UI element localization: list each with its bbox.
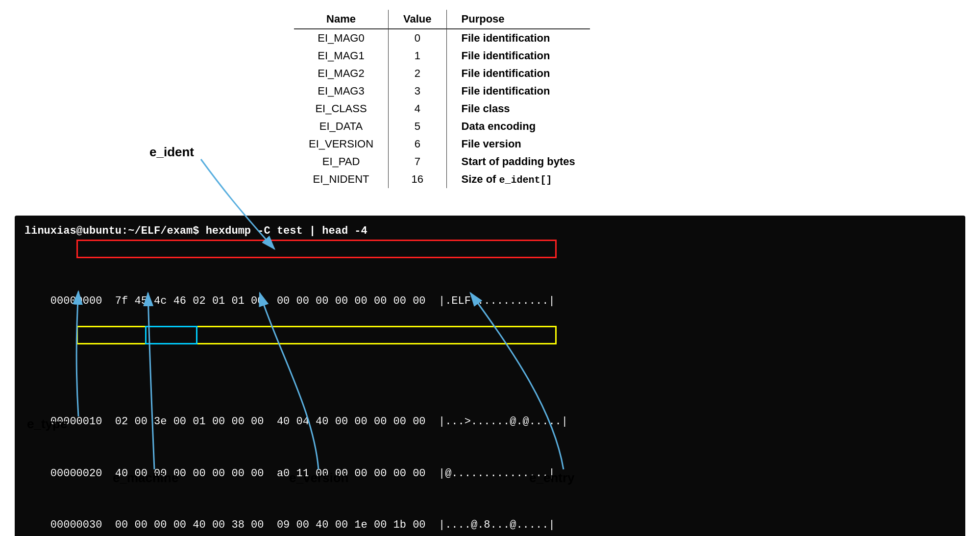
label-e-entry: e_entry bbox=[529, 470, 575, 486]
terminal-command: linuxias@ubuntu:~/ELF/exam$ hexdump -C t… bbox=[24, 222, 956, 240]
cell-name: EI_MAG2 bbox=[294, 65, 389, 82]
yellow-highlight-box bbox=[76, 326, 557, 344]
label-e-version: e_version bbox=[289, 470, 348, 486]
cell-purpose: File version bbox=[446, 135, 590, 153]
cell-value: 4 bbox=[389, 100, 446, 118]
red-highlight-box bbox=[76, 240, 557, 258]
addr-2: 00000020 bbox=[50, 467, 102, 480]
hex-row-3: 00000030 00 00 00 00 40 00 38 00 09 00 4… bbox=[24, 499, 956, 536]
hex-bytes-0: 7f 45 4c 46 02 01 01 00 00 00 00 00 00 0… bbox=[115, 295, 426, 307]
cell-value: 1 bbox=[389, 47, 446, 65]
cell-value: 6 bbox=[389, 135, 446, 153]
cell-value: 0 bbox=[389, 29, 446, 47]
addr-0: 00000000 bbox=[50, 295, 102, 307]
label-e-machine: e_machine bbox=[113, 470, 178, 486]
cell-value: 16 bbox=[389, 171, 446, 188]
table-row: EI_MAG3 3 File identification bbox=[294, 82, 590, 100]
table-row: EI_MAG0 0 File identification bbox=[294, 29, 590, 47]
cell-value: 3 bbox=[389, 82, 446, 100]
hex-bytes-1: 02 00 3e 00 01 00 00 00 40 04 40 00 00 0… bbox=[115, 415, 426, 428]
cell-purpose: File identification bbox=[446, 82, 590, 100]
table-row: EI_MAG2 2 File identification bbox=[294, 65, 590, 82]
table-row: EI_PAD 7 Start of padding bytes bbox=[294, 153, 590, 171]
ascii-1: |...>......@.@.....| bbox=[439, 415, 568, 428]
table-row: EI_MAG1 1 File identification bbox=[294, 47, 590, 65]
table-row: EI_CLASS 4 File class bbox=[294, 100, 590, 118]
label-e-type: e_type bbox=[27, 416, 67, 432]
cell-purpose: File identification bbox=[446, 65, 590, 82]
table-row: EI_NIDENT 16 Size of e_ident[] bbox=[294, 171, 590, 188]
cell-purpose: Start of padding bytes bbox=[446, 153, 590, 171]
cell-name: EI_DATA bbox=[294, 118, 389, 135]
cell-value: 7 bbox=[389, 153, 446, 171]
addr-3: 00000030 bbox=[50, 519, 102, 531]
col-header-purpose: Purpose bbox=[446, 10, 590, 29]
cell-purpose: Data encoding bbox=[446, 118, 590, 135]
table-row: EI_DATA 5 Data encoding bbox=[294, 118, 590, 135]
cell-name: EI_NIDENT bbox=[294, 171, 389, 188]
cell-name: EI_PAD bbox=[294, 153, 389, 171]
cell-value: 5 bbox=[389, 118, 446, 135]
cell-name: EI_MAG0 bbox=[294, 29, 389, 47]
ascii-3: |....@.8...@.....| bbox=[439, 519, 555, 531]
hex-bytes-3: 00 00 00 00 40 00 38 00 09 00 40 00 1e 0… bbox=[115, 519, 426, 531]
cyan-highlight-box bbox=[145, 326, 197, 344]
cell-name: EI_MAG3 bbox=[294, 82, 389, 100]
cell-value: 2 bbox=[389, 65, 446, 82]
table-row: EI_VERSION 6 File version bbox=[294, 135, 590, 153]
hex-row-0: 00000000 7f 45 4c 46 02 01 01 00 00 00 0… bbox=[24, 241, 956, 327]
terminal: linuxias@ubuntu:~/ELF/exam$ hexdump -C t… bbox=[15, 216, 965, 536]
col-header-name: Name bbox=[294, 10, 389, 29]
cell-name: EI_VERSION bbox=[294, 135, 389, 153]
cell-purpose: Size of e_ident[] bbox=[446, 171, 590, 188]
ident-table: Name Value Purpose EI_MAG0 0 File identi… bbox=[294, 10, 590, 188]
cell-name: EI_CLASS bbox=[294, 100, 389, 118]
hex-row-1: 00000010 02 00 3e 00 01 00 00 00 40 04 4… bbox=[24, 327, 956, 447]
label-e-ident: e_ident bbox=[149, 145, 194, 160]
cell-name: EI_MAG1 bbox=[294, 47, 389, 65]
mono-e-ident: e_ident[] bbox=[499, 174, 552, 186]
col-header-value: Value bbox=[389, 10, 446, 29]
cell-purpose: File identification bbox=[446, 47, 590, 65]
cell-purpose: File class bbox=[446, 100, 590, 118]
cell-purpose: File identification bbox=[446, 29, 590, 47]
ascii-0: |.ELF............| bbox=[439, 295, 555, 307]
